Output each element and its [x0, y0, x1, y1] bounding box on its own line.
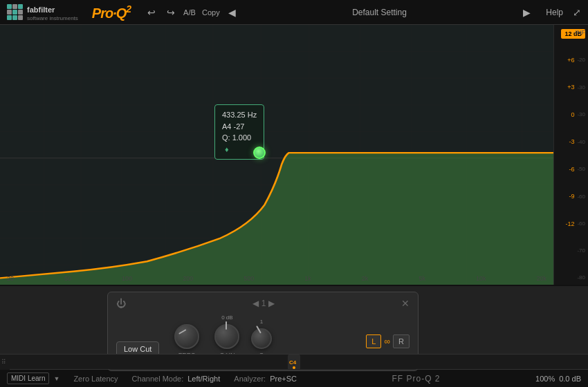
q-knob[interactable] [251, 328, 272, 349]
channel-value[interactable]: Left/Right [187, 375, 220, 383]
undo-button[interactable]: ↩ [145, 6, 158, 19]
link-button[interactable]: ∞ [383, 335, 392, 348]
logo-area: fabfilter software instruments [7, 3, 78, 21]
db-row-n3: -3 -40 [557, 138, 585, 145]
logo-dot [7, 15, 12, 20]
db-row-n6: -6 -50 [557, 166, 585, 173]
redo-button[interactable]: ↪ [164, 6, 178, 19]
band-nav: ◀ 1 ▶ [252, 299, 275, 308]
inf-label: -INF [573, 29, 586, 36]
q-value-label: 1 [260, 319, 263, 327]
latency-value: Zero Latency [73, 375, 118, 383]
logo-text: fabfilter [27, 6, 55, 14]
db-row-0: 0 -30 [557, 111, 585, 118]
proq-text: Pro [92, 5, 113, 20]
svg-point-24 [293, 366, 295, 369]
proq-q: Q [116, 5, 127, 20]
top-controls: ↩ ↪ A/B Copy ◀ Default Setting ▶ Help ⤢ [145, 6, 581, 19]
band-power-button[interactable]: ⏻ [116, 298, 126, 309]
midi-learn-area: MIDI Learn ▼ [7, 372, 59, 384]
logo-dot [7, 10, 12, 15]
logo-dot [7, 4, 12, 9]
zoom-value[interactable]: 100% [535, 375, 555, 383]
preset-prev-button[interactable]: ◀ [226, 6, 239, 19]
db-row-n9: -9 -60 [557, 193, 585, 200]
logo-dot [12, 4, 17, 9]
piano-keys: C4 [10, 355, 588, 369]
logo-dot [18, 4, 23, 9]
db-row-6: +6 -20 [557, 57, 585, 64]
keyboard-bar: ⠿ C4 [0, 354, 588, 369]
logo-grid [7, 4, 23, 20]
logo-dot [18, 15, 23, 20]
db-scale: 12 dB +9 -10 +6 -20 +3 -30 0 -30 -3 -40 [553, 25, 588, 285]
db-row-3: +3 -30 [557, 84, 585, 91]
preset-next-button[interactable]: ▶ [520, 6, 533, 19]
eq-area[interactable]: 433.25 Hz A4 -27 Q: 1.000 12 dB +9 -10 +… [0, 25, 588, 285]
logo-dot [12, 10, 17, 15]
db-readout: 0.0 dB [559, 375, 581, 383]
lr-buttons: L ∞ R [366, 334, 410, 348]
midi-learn-button[interactable]: MIDI Learn [7, 372, 49, 384]
channel-label: Channel Mode: [132, 375, 184, 383]
analyzer-item: Analyzer: Pre+SC [234, 375, 297, 383]
logo-dot [12, 15, 17, 20]
analyzer-label: Analyzer: [234, 375, 266, 383]
band-next-button[interactable]: ▶ [268, 299, 275, 308]
copy-button[interactable]: Copy [202, 8, 220, 17]
db-row-n70: -70 [557, 247, 585, 254]
logo-dot [18, 10, 23, 15]
zoom-area: 100% 0.0 dB [535, 375, 581, 383]
gain-knob[interactable] [214, 324, 239, 349]
preset-name: Default Setting [244, 8, 515, 17]
plugin-container: fabfilter software instruments Pro·Q2 ↩ … [0, 0, 588, 387]
expand-button[interactable]: ⤢ [573, 7, 581, 18]
ab-label[interactable]: A/B [183, 8, 196, 17]
gain-value-label: 0 dB [221, 314, 232, 323]
eq-curve-svg [0, 25, 588, 285]
svg-text:C4: C4 [289, 359, 297, 366]
ab-copy-label: A/B Copy [183, 8, 220, 17]
band-prev-button[interactable]: ◀ [252, 299, 259, 308]
plugin-title: FF Pro-Q 2 [311, 374, 522, 384]
eq-node-1[interactable] [253, 147, 266, 159]
keyboard-handle: ⠿ [0, 355, 10, 370]
r-button[interactable]: R [393, 334, 410, 348]
logo-sub: software instruments [27, 15, 78, 21]
midi-dropdown[interactable]: ▼ [53, 375, 59, 382]
status-bar: MIDI Learn ▼ Zero Latency Channel Mode: … [0, 369, 588, 387]
db-row-n80: -80 [557, 274, 585, 281]
band-panel-header: ⏻ ◀ 1 ▶ ✕ [116, 298, 410, 309]
help-button[interactable]: Help [546, 8, 563, 17]
band-close-button[interactable]: ✕ [401, 298, 410, 309]
analyzer-value[interactable]: Pre+SC [270, 375, 297, 383]
db-row-n12: -12 -60 [557, 220, 585, 227]
l-button[interactable]: L [366, 334, 381, 348]
band-number: 1 [261, 299, 266, 308]
channel-mode-item: Channel Mode: Left/Right [132, 375, 221, 383]
bottom-panel: ⏻ ◀ 1 ▶ ✕ Low Cut 12 dB/oct [0, 285, 588, 354]
proq-logo: Pro·Q2 [92, 3, 131, 21]
latency-item: Zero Latency [73, 375, 118, 383]
top-bar: fabfilter software instruments Pro·Q2 ↩ … [0, 0, 588, 25]
freq-knob[interactable] [174, 324, 199, 349]
proq-sup: 2 [126, 3, 131, 15]
piano-svg: C4 [10, 355, 588, 369]
